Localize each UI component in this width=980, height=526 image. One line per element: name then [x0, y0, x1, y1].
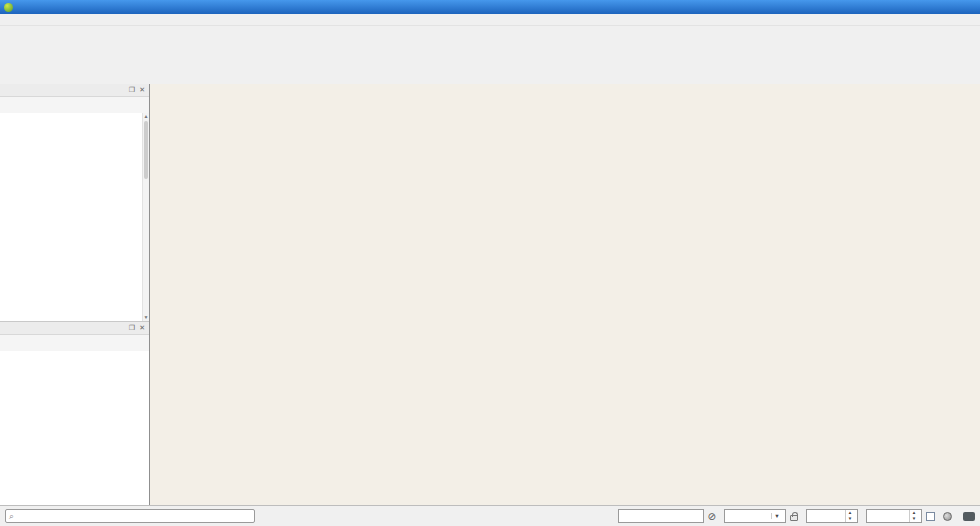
toolbar-row-1: [0, 26, 980, 47]
layers-close-icon[interactable]: ✕: [139, 324, 145, 332]
crs-globe-icon[interactable]: [943, 512, 952, 521]
browser-tree: ▲ ▼: [0, 113, 149, 322]
chevron-down-icon[interactable]: ▼: [771, 513, 782, 519]
locator-input[interactable]: [17, 511, 251, 521]
browser-scrollbar[interactable]: ▲ ▼: [142, 113, 149, 321]
title-bar: [0, 0, 980, 14]
scale-combo[interactable]: ▼: [724, 509, 786, 523]
magnifier-spinner[interactable]: ▲▼: [806, 509, 858, 523]
browser-panel-header: ❐ ✕: [0, 84, 149, 97]
layers-panel-header: ❐ ✕: [0, 322, 149, 335]
spin-down-icon[interactable]: ▼: [846, 516, 854, 522]
browser-close-icon[interactable]: ✕: [139, 86, 145, 94]
toolbar-row-3: [0, 68, 980, 84]
rotation-spinner[interactable]: ▲▼: [866, 509, 922, 523]
extents-toggle-icon[interactable]: ⊘: [708, 511, 716, 522]
toolbar-row-2: [0, 47, 980, 68]
scroll-down-icon[interactable]: ▼: [143, 314, 149, 320]
status-bar: ⌕ ⊘ ▼ ▲▼ ▲▼: [0, 505, 980, 526]
map-canvas[interactable]: [150, 84, 980, 505]
messages-icon[interactable]: [963, 512, 975, 521]
spin-down-icon[interactable]: ▼: [910, 516, 918, 522]
render-checkbox[interactable]: [926, 512, 935, 521]
layers-list: [0, 351, 149, 505]
coordinate-input[interactable]: [618, 509, 704, 523]
browser-toolbar: [0, 97, 149, 113]
layers-undock-icon[interactable]: ❐: [129, 324, 135, 332]
menu-bar: [0, 14, 980, 26]
scroll-thumb[interactable]: [144, 121, 148, 179]
search-icon: ⌕: [9, 511, 14, 522]
browser-undock-icon[interactable]: ❐: [129, 86, 135, 94]
qgis-logo-icon: [4, 3, 13, 12]
scroll-up-icon[interactable]: ▲: [143, 113, 149, 119]
layers-toolbar: [0, 335, 149, 351]
locator-box[interactable]: ⌕: [5, 509, 255, 523]
lock-scale-icon[interactable]: [790, 515, 798, 521]
left-dock: ❐ ✕ ▲ ▼ ❐ ✕: [0, 84, 150, 505]
